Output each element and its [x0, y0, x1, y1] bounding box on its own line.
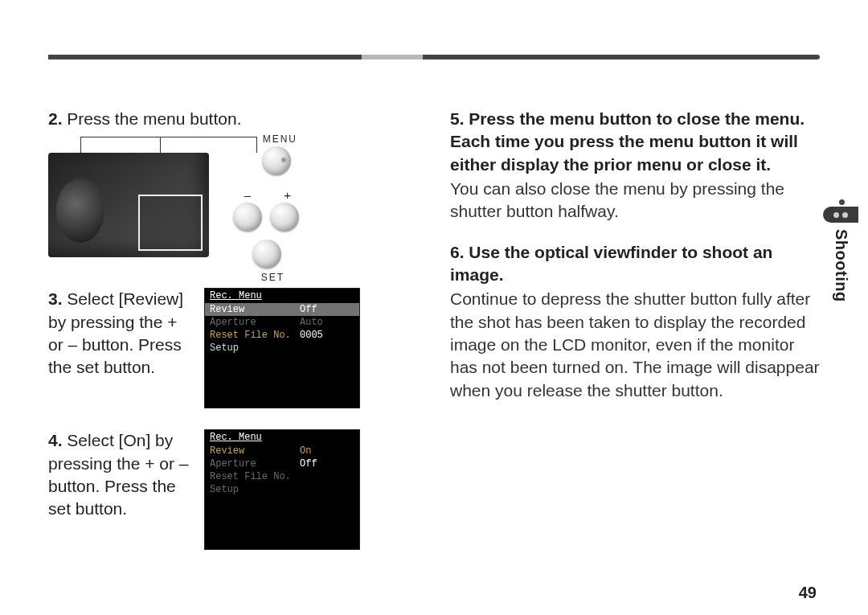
- menu2-title: Rec. Menu: [205, 430, 359, 445]
- menu1-row-setup: Setup: [205, 342, 359, 355]
- step-3-text: Select [Review] by pressing the + or – b…: [48, 289, 183, 376]
- step-2-text: Press the menu button.: [67, 109, 241, 128]
- tab-pill-icon: [823, 207, 858, 223]
- menu1-row-review: ReviewOff: [205, 303, 359, 316]
- step-5-bold: Press the menu button to close the menu.…: [450, 109, 805, 174]
- step-4-number: 4.: [48, 431, 63, 449]
- step-3-row: 3. Select [Review] by pressing the + or …: [48, 288, 418, 408]
- menu-label: MENU: [263, 133, 297, 145]
- tab-dot-icon: [839, 199, 845, 205]
- menu1-title: Rec. Menu: [205, 289, 359, 303]
- step-2: 2. Press the menu button.: [48, 108, 418, 130]
- step-5-sub: You can also close the menu by pressing …: [450, 178, 820, 223]
- menu2-row-aperture: ApertureOff: [205, 457, 359, 470]
- step-2-number: 2.: [48, 109, 63, 128]
- header-seg-dark: [48, 55, 362, 59]
- header-seg-light: [362, 55, 423, 59]
- step-4-row: 4. Select [On] by pressing the + or – bu…: [48, 429, 418, 550]
- camera-photo: [48, 153, 209, 257]
- section-tab: Shooting: [823, 222, 858, 302]
- step-5: 5. Press the menu button to close the me…: [450, 108, 820, 176]
- plus-dial-icon: [270, 203, 299, 232]
- minus-label: –: [244, 188, 252, 202]
- set-dial-icon: [252, 240, 281, 269]
- step-6-bold: Use the optical viewfinder to shoot an i…: [450, 243, 772, 284]
- step-3-number: 3.: [48, 289, 63, 308]
- camera-highlight-box: [138, 195, 203, 251]
- step-4: 4. Select [On] by pressing the + or – bu…: [48, 429, 193, 520]
- menu1-row-reset: Reset File No.0005: [205, 329, 359, 342]
- lcd-screenshot-2: Rec. Menu ReviewOn ApertureOff Reset Fil…: [204, 429, 360, 550]
- menu2-row-review: ReviewOn: [205, 445, 359, 457]
- lcd-screenshot-1: Rec. Menu ReviewOff ApertureAuto Reset F…: [204, 288, 360, 408]
- step-6-number: 6.: [450, 243, 465, 261]
- minus-dial-icon: [233, 203, 262, 232]
- step-6-sub: Continue to depress the shutter button f…: [450, 288, 820, 402]
- camera-illustration: MENU – + SET: [48, 137, 313, 273]
- header-seg-dark-2: [423, 55, 820, 59]
- leader-line-2: [161, 137, 257, 153]
- page-number: 49: [799, 584, 817, 602]
- step-5-number: 5.: [450, 109, 465, 128]
- menu-dial-icon: [262, 146, 291, 175]
- plus-label: +: [284, 188, 293, 202]
- header-rule: [48, 55, 820, 59]
- menu1-row-aperture: ApertureAuto: [205, 316, 359, 329]
- step-6: 6. Use the optical viewfinder to shoot a…: [450, 241, 820, 287]
- leader-line: [80, 137, 161, 153]
- menu2-row-setup: Setup: [205, 483, 359, 496]
- step-3: 3. Select [Review] by pressing the + or …: [48, 288, 193, 379]
- section-tab-label: Shooting: [832, 229, 850, 302]
- step-4-text: Select [On] by pressing the + or – butto…: [48, 431, 189, 518]
- set-label: SET: [261, 272, 285, 283]
- menu2-row-reset: Reset File No.: [205, 470, 359, 483]
